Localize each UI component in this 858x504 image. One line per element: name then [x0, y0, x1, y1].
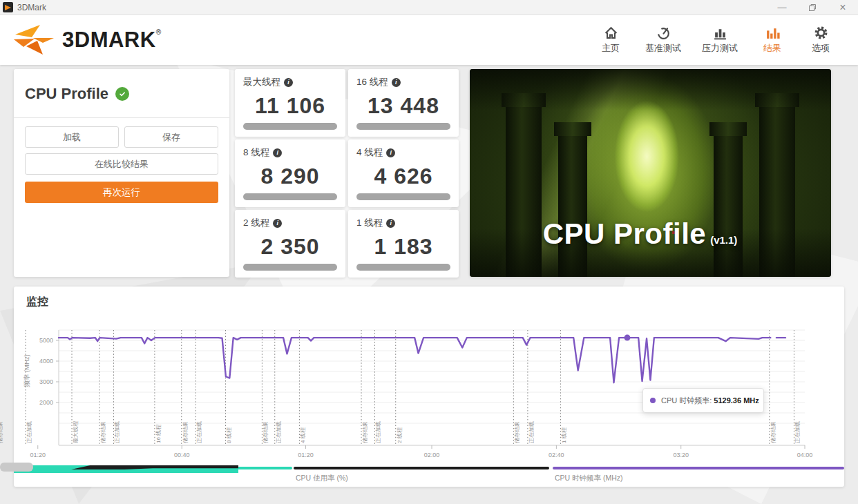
nav-item-benchmarks[interactable]: 基准测试 — [645, 26, 681, 55]
monitoring-panel: 监控 2000300040005000频率 (MHz)储存结果正在加载最大线程储… — [14, 287, 844, 487]
run-again-button[interactable]: 再次运行 — [25, 182, 218, 203]
score-card: 最大线程i11 106 — [235, 69, 345, 137]
svg-text:储存结果: 储存结果 — [100, 421, 106, 443]
score-label: 1 线程 — [356, 217, 383, 229]
svg-text:正在加载: 正在加载 — [26, 421, 32, 443]
svg-text:最大线程: 最大线程 — [73, 420, 79, 443]
score-card: 1 线程i1 183 — [348, 210, 459, 278]
home-icon — [604, 26, 618, 40]
tooltip-series-dot — [650, 398, 656, 403]
svg-text:00:40: 00:40 — [174, 452, 190, 458]
score-card: 2 线程i2 350 — [235, 210, 345, 278]
svg-text:储存结果: 储存结果 — [770, 421, 776, 443]
close-button[interactable]: × — [828, 0, 858, 14]
save-button[interactable]: 保存 — [124, 126, 218, 148]
svg-text:01:20: 01:20 — [298, 452, 314, 458]
info-icon[interactable]: i — [386, 148, 395, 157]
score-value: 13 448 — [356, 93, 450, 119]
score-bar — [243, 193, 337, 200]
load-button[interactable]: 加载 — [25, 126, 119, 148]
score-card: 16 线程i13 448 — [348, 69, 459, 137]
score-value: 1 183 — [356, 234, 450, 260]
svg-text:02:40: 02:40 — [549, 452, 564, 458]
svg-text:正在加载: 正在加载 — [375, 421, 381, 443]
svg-text:1 线程: 1 线程 — [561, 427, 567, 443]
tooltip-series-label: CPU 时钟频率 — [661, 396, 709, 406]
svg-text:3000: 3000 — [39, 378, 53, 385]
svg-text:正在加载: 正在加载 — [196, 421, 202, 443]
info-icon[interactable]: i — [273, 219, 282, 228]
app-logo-icon — [3, 2, 13, 12]
compare-online-button[interactable]: 在线比较结果 — [25, 153, 218, 175]
score-grid: 最大线程i11 10616 线程i13 4488 线程i8 2904 线程i4 … — [235, 69, 459, 278]
results-bars-icon — [765, 26, 780, 40]
score-card: 4 线程i4 626 — [348, 139, 459, 207]
svg-text:正在加载: 正在加载 — [276, 421, 282, 443]
app-header: 3DMARK® 主页基准测试压力测试结果选项 — [0, 15, 858, 65]
svg-text:储存结果: 储存结果 — [0, 421, 3, 443]
score-label: 8 线程 — [243, 146, 269, 159]
score-bar — [243, 123, 337, 130]
svg-text:01:20: 01:20 — [30, 452, 46, 458]
info-icon[interactable]: i — [392, 78, 401, 87]
score-bar — [356, 264, 450, 271]
score-label: 最大线程 — [243, 76, 280, 88]
nav-item-stress-tests[interactable]: 压力测试 — [702, 26, 738, 55]
legend-label[interactable]: CPU 使用率 (%) — [296, 474, 348, 483]
legend-swatch[interactable] — [294, 467, 549, 469]
info-icon[interactable]: i — [273, 148, 282, 157]
cpu-usage-strip-dips — [48, 465, 238, 469]
bars-icon — [713, 26, 727, 40]
success-check-icon — [115, 87, 129, 101]
svg-text:储存结果: 储存结果 — [263, 421, 269, 443]
nav-label: 选项 — [812, 42, 830, 55]
window-titlebar: 3DMark — × — [0, 0, 858, 15]
hero-version: (v1.1) — [710, 234, 737, 246]
legend-swatch[interactable] — [553, 467, 844, 469]
chart-scrollbar-handle[interactable] — [0, 463, 33, 472]
score-label: 2 线程 — [243, 217, 269, 229]
svg-text:03:20: 03:20 — [673, 452, 689, 458]
restore-button[interactable] — [797, 0, 828, 14]
svg-text:4 线程: 4 线程 — [300, 427, 306, 443]
nav-label: 基准测试 — [645, 42, 681, 55]
restore-icon — [808, 3, 817, 12]
nav-item-options[interactable]: 选项 — [807, 26, 835, 55]
3dmark-flame-icon — [12, 24, 57, 56]
score-label: 16 线程 — [356, 76, 388, 88]
score-bar — [356, 123, 450, 130]
svg-text:正在加载: 正在加载 — [528, 421, 535, 443]
nav-label: 主页 — [602, 42, 620, 55]
result-panel: CPU Profile 加载 保存 在线比较结果 再次运行 — [14, 69, 229, 277]
frequency-chart[interactable]: 2000300040005000频率 (MHz)储存结果正在加载最大线程储存结果… — [14, 287, 844, 487]
score-value: 4 626 — [356, 164, 450, 189]
benchmark-title: CPU Profile — [25, 85, 108, 103]
minimize-button[interactable]: — — [767, 0, 797, 14]
gear-icon — [814, 26, 828, 40]
nav-item-home[interactable]: 主页 — [597, 26, 625, 55]
svg-text:正在加载: 正在加载 — [794, 421, 801, 443]
svg-text:4000: 4000 — [39, 358, 53, 365]
score-card: 8 线程i8 290 — [235, 139, 345, 207]
score-bar — [243, 264, 337, 271]
svg-text:正在加载: 正在加载 — [114, 421, 120, 443]
score-value: 8 290 — [243, 164, 337, 189]
svg-text:储存结果: 储存结果 — [182, 421, 189, 443]
svg-text:2 线程: 2 线程 — [397, 427, 403, 443]
svg-text:储存结果: 储存结果 — [362, 421, 368, 443]
legend-label[interactable]: CPU 时钟频率 (MHz) — [555, 474, 623, 483]
info-icon[interactable]: i — [284, 78, 293, 87]
svg-text:2000: 2000 — [39, 399, 53, 406]
cpu-usage-strip — [14, 465, 238, 473]
hero-shading — [470, 69, 831, 110]
nav-item-results[interactable]: 结果 — [759, 26, 786, 55]
svg-text:02:00: 02:00 — [424, 452, 440, 458]
window-title: 3DMark — [17, 3, 46, 12]
registered-mark: ® — [156, 28, 161, 36]
gauge-icon — [656, 26, 671, 40]
svg-text:04:00: 04:00 — [797, 452, 813, 458]
tooltip-value: 5129.36 MHz — [714, 396, 759, 405]
info-icon[interactable]: i — [386, 219, 395, 228]
hero-title: CPU Profile — [543, 217, 707, 250]
svg-text:16 线程: 16 线程 — [155, 424, 162, 443]
